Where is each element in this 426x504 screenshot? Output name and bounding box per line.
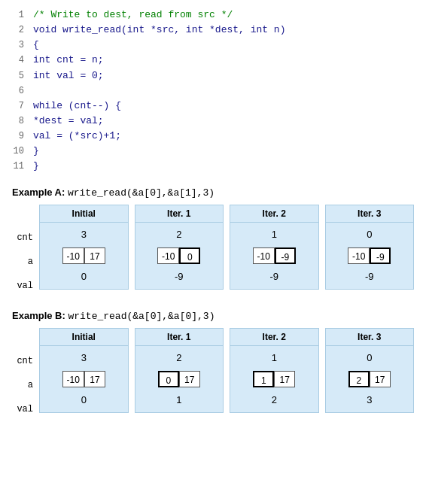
- code-line-1: 1 /* Write to dest, read from src */: [12, 8, 414, 23]
- iter-a-row-0: -1017: [43, 369, 125, 390]
- code-text-7: while (cnt--) {: [33, 99, 121, 114]
- iter-group-0: Initial3-10170: [39, 205, 129, 290]
- code-line-8: 8 *dest = val;: [12, 114, 414, 129]
- cell-0-1: 17: [84, 371, 105, 387]
- cell-0-0: -10: [62, 247, 84, 264]
- code-text-9: val = (*src)+1;: [33, 129, 121, 144]
- val-label-b: val: [12, 397, 36, 421]
- iter-a-row-3: 217: [329, 369, 411, 390]
- iter-header-3: Iter. 3: [326, 329, 414, 346]
- example-a-call: write_read(&a[0],&a[1],3): [68, 187, 215, 199]
- iter-group-3: Iter. 30-10-9-9: [325, 205, 415, 290]
- code-line-3: 3 {: [12, 38, 414, 53]
- line-num-4: 4: [12, 53, 33, 68]
- line-num-1: 1: [12, 8, 33, 23]
- iter-a-row-0: -1017: [43, 245, 125, 266]
- iter-a-row-1: -100: [138, 245, 221, 266]
- iter-cnt-0: 3: [43, 224, 125, 245]
- iter-cnt-2: 1: [233, 348, 315, 369]
- iter-a-row-2: 117: [233, 369, 315, 390]
- iter-header-0: Initial: [40, 329, 128, 346]
- line-num-6: 6: [12, 84, 33, 99]
- cell-3-1: -9: [370, 247, 391, 264]
- iter-val-3: 3: [329, 390, 411, 411]
- iter-group-0: Initial3-10170: [39, 328, 129, 413]
- iter-body-2: 1-10-9-9: [230, 223, 318, 289]
- iter-body-2: 11172: [230, 346, 318, 412]
- iter-val-2: -9: [233, 266, 315, 287]
- iter-group-1: Iter. 12-100-9: [135, 205, 224, 290]
- iter-header-1: Iter. 1: [135, 329, 224, 346]
- iter-val-1: -9: [138, 266, 221, 287]
- iter-val-1: 1: [138, 390, 221, 411]
- iter-body-3: 0-10-9-9: [326, 223, 414, 289]
- code-text-1: /* Write to dest, read from src */: [33, 8, 233, 23]
- iter-cnt-1: 2: [138, 224, 221, 245]
- code-text-3: {: [33, 38, 39, 53]
- code-text-6: [33, 83, 39, 99]
- iter-a-row-2: -10-9: [233, 245, 315, 266]
- cell-0-0: -10: [62, 371, 84, 387]
- line-num-10: 10: [12, 144, 33, 159]
- example-a-section: Example A: write_read(&a[0],&a[1],3) cnt…: [12, 187, 414, 298]
- example-a-row-labels: cnt a val: [12, 205, 36, 298]
- code-text-8: *dest = val;: [33, 114, 104, 129]
- iter-cnt-2: 1: [233, 224, 315, 245]
- cell-2-0: 1: [253, 371, 274, 387]
- cell-2-1: 17: [274, 371, 295, 387]
- iter-cnt-1: 2: [138, 348, 221, 369]
- cell-3-0: 2: [348, 371, 370, 387]
- iter-header-2: Iter. 2: [230, 329, 318, 346]
- iter-group-3: Iter. 302173: [325, 328, 415, 413]
- cell-1-0: 0: [158, 371, 179, 387]
- line-num-7: 7: [12, 99, 33, 114]
- cell-1-0: -10: [157, 247, 179, 264]
- cell-1-1: 17: [179, 371, 200, 387]
- code-line-4: 4 int cnt = n;: [12, 53, 414, 68]
- iter-a-row-3: -10-9: [329, 245, 411, 266]
- iter-group-1: Iter. 120171: [135, 328, 224, 413]
- code-line-9: 9 val = (*src)+1;: [12, 129, 414, 144]
- code-text-10: }: [33, 144, 39, 159]
- code-text-11: }: [33, 159, 39, 174]
- iter-a-row-1: 017: [138, 369, 221, 390]
- val-label-a: val: [12, 274, 36, 298]
- code-line-6: 6: [12, 83, 414, 99]
- iter-body-3: 02173: [326, 346, 414, 412]
- cell-2-1: -9: [275, 247, 296, 264]
- code-line-2: 2 void write_read(int *src, int *dest, i…: [12, 23, 414, 38]
- code-line-11: 11 }: [12, 159, 414, 174]
- example-a-table: cnt a val Initial3-10170Iter. 12-100-9It…: [12, 205, 414, 298]
- iter-header-0: Initial: [40, 205, 128, 223]
- iter-header-1: Iter. 1: [135, 205, 224, 223]
- line-num-8: 8: [12, 114, 33, 129]
- cell-2-0: -10: [253, 247, 275, 264]
- iter-group-2: Iter. 21-10-9-9: [230, 205, 319, 290]
- example-b-label: Example B: write_read(&a[0],&a[0],3): [12, 310, 414, 322]
- code-text-2: void write_read(int *src, int *dest, int…: [33, 23, 285, 38]
- iter-val-0: 0: [43, 266, 125, 287]
- line-num-9: 9: [12, 129, 33, 144]
- iter-body-1: 2-100-9: [135, 223, 224, 289]
- iter-cnt-3: 0: [329, 348, 411, 369]
- iter-header-3: Iter. 3: [326, 205, 414, 223]
- a-label-b: a: [12, 373, 36, 397]
- line-num-5: 5: [12, 69, 33, 83]
- line-num-2: 2: [12, 23, 33, 38]
- iter-body-1: 20171: [135, 346, 224, 412]
- example-b-call: write_read(&a[0],&a[0],3): [68, 311, 215, 322]
- code-block: 1 /* Write to dest, read from src */ 2 v…: [12, 8, 414, 175]
- example-b-table: cnt a val Initial3-10170Iter. 120171Iter…: [12, 328, 414, 421]
- cell-1-1: 0: [179, 247, 200, 264]
- cell-0-1: 17: [84, 247, 105, 264]
- example-b-section: Example B: write_read(&a[0],&a[0],3) cnt…: [12, 310, 414, 421]
- iter-group-2: Iter. 211172: [230, 328, 319, 413]
- example-b-row-labels: cnt a val: [12, 328, 36, 421]
- cnt-label-b: cnt: [12, 349, 36, 373]
- cell-3-0: -10: [348, 247, 370, 264]
- iter-body-0: 3-10170: [40, 346, 128, 412]
- iter-cnt-0: 3: [43, 348, 125, 369]
- line-num-11: 11: [12, 159, 33, 174]
- iter-val-0: 0: [43, 390, 125, 411]
- code-line-5: 5 int val = 0;: [12, 68, 414, 83]
